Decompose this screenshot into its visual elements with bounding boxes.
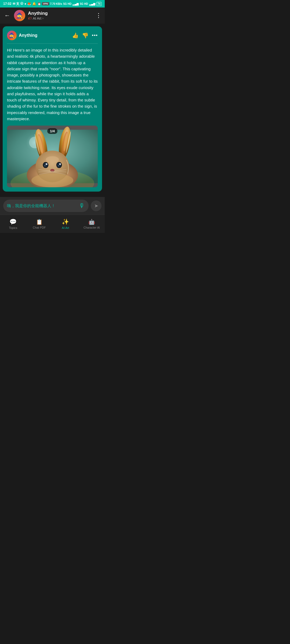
post-card: 🧙 Anything 👍 👎 ••• Hi! Here's an image o… bbox=[3, 26, 102, 192]
post-avatar: 🧙 bbox=[7, 31, 17, 40]
characterai-icon: 🤖 bbox=[88, 219, 95, 225]
characterai-label: Character Al bbox=[84, 226, 100, 229]
svg-point-21 bbox=[45, 165, 45, 166]
header-avatar-emoji: 🧙 bbox=[16, 12, 23, 19]
header-sub-chevron-icon[interactable]: › bbox=[42, 16, 44, 20]
dislike-button[interactable]: 👎 bbox=[82, 32, 89, 39]
chatpdf-label: Chat PDF bbox=[33, 226, 46, 229]
post-actions: 👍 👎 ••• bbox=[72, 32, 98, 39]
status-icons: ✉ 支 ⦿ ● 🦊 🔔 bbox=[13, 2, 36, 6]
bottom-navigation: 💬 Topics 📋 Chat PDF ✨ AI Art 🤖 Character… bbox=[0, 215, 105, 233]
image-counter-badge: 1/4 bbox=[47, 128, 57, 134]
post-body-text: Hi! Here's an image of In this incredibl… bbox=[7, 47, 98, 122]
nav-item-chatpdf[interactable]: 📋 Chat PDF bbox=[26, 217, 53, 231]
post-author: 🧙 Anything bbox=[7, 31, 37, 40]
speed-text: 7.70 KB/s bbox=[50, 2, 62, 5]
chatpdf-icon: 📋 bbox=[36, 219, 43, 225]
post-header: 🧙 Anything 👍 👎 ••• bbox=[7, 31, 98, 44]
signal-5ghd-1: 5G HD bbox=[63, 2, 72, 5]
like-button[interactable]: 👍 bbox=[72, 32, 79, 39]
svg-point-20 bbox=[46, 163, 48, 165]
app-header: ← 🧙 Anything 🏷 AI Art › ⋮ bbox=[0, 8, 105, 24]
status-left: 17:02 ✉ 支 ⦿ ● 🦊 🔔 bbox=[3, 2, 36, 6]
svg-point-25 bbox=[58, 165, 59, 166]
vpn-badge: VPN bbox=[42, 2, 49, 5]
post-avatar-emoji: 🧙 bbox=[9, 32, 15, 38]
post-image-container[interactable]: 1/4 bbox=[7, 126, 98, 187]
post-author-name: Anything bbox=[19, 33, 37, 38]
status-bar: 17:02 ✉ 支 ⦿ ● 🦊 🔔 ⏰ VPN 7.70 KB/s 5G HD … bbox=[0, 0, 105, 8]
header-sub-icon: 🏷 bbox=[28, 16, 32, 20]
alarm-icon: ⏰ bbox=[38, 2, 41, 5]
aiart-icon: ✨ bbox=[62, 218, 69, 225]
header-more-button[interactable]: ⋮ bbox=[96, 12, 102, 19]
nav-item-characterai[interactable]: 🤖 Character Al bbox=[79, 217, 105, 231]
signal-bars-icon: ▂▄▆ bbox=[73, 2, 79, 5]
topics-icon: 💬 bbox=[9, 218, 17, 225]
status-time: 17:02 bbox=[3, 2, 12, 6]
rabbit-image bbox=[7, 126, 98, 187]
send-button[interactable]: ➤ bbox=[91, 200, 102, 211]
svg-point-23 bbox=[57, 163, 61, 168]
nav-item-aiart[interactable]: ✨ AI Art bbox=[52, 217, 79, 231]
microphone-icon[interactable]: 🎙 bbox=[79, 202, 85, 209]
svg-point-35 bbox=[31, 173, 73, 187]
chat-input-box[interactable]: 嗨，我是你的全能機器人！ 🎙 bbox=[3, 200, 89, 212]
main-content: 🧙 Anything 👍 👎 ••• Hi! Here's an image o… bbox=[0, 24, 105, 197]
back-button[interactable]: ← bbox=[3, 11, 11, 20]
send-icon: ➤ bbox=[94, 203, 98, 209]
signal-bars-2-icon: ▂▄▆ bbox=[89, 2, 95, 5]
status-right: ⏰ VPN 7.70 KB/s 5G HD ▂▄▆ 5G HD ▂▄▆ 74 bbox=[38, 2, 102, 6]
signal-5ghd-2: 5G HD bbox=[80, 2, 88, 5]
chat-input-area: 嗨，我是你的全能機器人！ 🎙 ➤ bbox=[0, 197, 105, 215]
svg-point-27 bbox=[51, 169, 54, 171]
svg-point-24 bbox=[59, 163, 61, 165]
header-subtitle-row: 🏷 AI Art › bbox=[28, 16, 93, 20]
post-more-button[interactable]: ••• bbox=[92, 33, 98, 38]
chat-placeholder-text: 嗨，我是你的全能機器人！ bbox=[7, 203, 55, 208]
nav-item-topics[interactable]: 💬 Topics bbox=[0, 217, 26, 231]
topics-label: Topics bbox=[9, 226, 17, 229]
battery-indicator: 74 bbox=[96, 2, 102, 6]
header-subtitle: AI Art bbox=[33, 16, 41, 20]
header-avatar: 🧙 bbox=[14, 10, 25, 21]
svg-point-19 bbox=[43, 163, 48, 168]
aiart-label: AI Art bbox=[62, 226, 69, 229]
svg-point-34 bbox=[46, 156, 59, 163]
header-title: Anything bbox=[28, 11, 93, 16]
header-info: Anything 🏷 AI Art › bbox=[28, 11, 93, 20]
